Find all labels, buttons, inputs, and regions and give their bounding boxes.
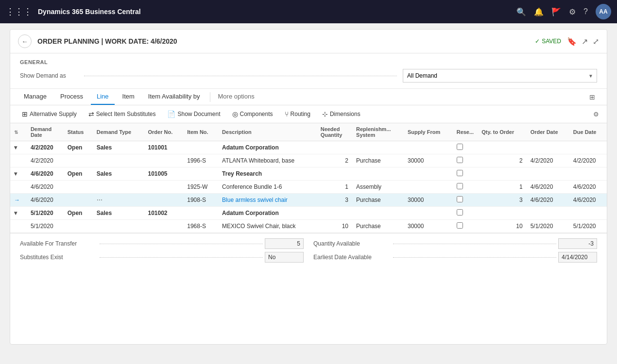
routing-icon: ⑂ — [285, 110, 289, 118]
table-row[interactable]: 5/1/2020 1968-S MEXICO Swivel Chair, bla… — [10, 220, 607, 233]
expand-icon[interactable]: ▾ — [14, 210, 17, 216]
reserve-checkbox[interactable] — [457, 209, 463, 215]
quantity-available-value: -3 — [558, 238, 597, 249]
bookmark-icon[interactable]: 🔖 — [567, 37, 577, 46]
user-avatar[interactable]: AA — [596, 4, 611, 19]
order-date-cell — [527, 167, 569, 181]
reserve-checkbox[interactable] — [457, 170, 463, 176]
reserve-checkbox[interactable] — [457, 196, 463, 202]
bell-icon[interactable]: 🔔 — [534, 7, 544, 17]
col-due-date[interactable]: Due Date — [569, 123, 607, 141]
alt-supply-icon: ⊞ — [22, 110, 28, 118]
order-no-cell: 101002 — [144, 207, 183, 220]
qty-order-cell: 10 — [478, 220, 526, 233]
action-settings-icon[interactable]: ⚙ — [593, 111, 599, 118]
external-link-icon[interactable]: ↗ — [582, 37, 588, 46]
select-substitutes-label: Select Item Substitutes — [96, 111, 156, 117]
dotted-line — [100, 244, 263, 244]
order-date-cell: 4/6/2020 — [527, 181, 569, 194]
replenish-cell — [352, 167, 404, 181]
tab-more[interactable]: More options — [214, 89, 258, 105]
demand-type-cell: Sales — [93, 167, 144, 181]
reserve-checkbox[interactable] — [457, 157, 463, 163]
tab-manage[interactable]: Manage — [18, 89, 52, 105]
qty-order-cell — [478, 141, 526, 154]
col-qty-order[interactable]: Qty. to Order — [478, 123, 526, 141]
sort-arrows[interactable]: ⇅ — [14, 130, 18, 135]
show-document-button[interactable]: 📄 Show Document — [163, 108, 224, 120]
reserve-checkbox[interactable] — [457, 144, 463, 150]
reserve-cell — [453, 167, 478, 181]
show-document-icon: 📄 — [167, 110, 175, 118]
grid-icon[interactable]: ⋮⋮⋮ — [6, 6, 32, 17]
item-no-cell: 1925-W — [183, 181, 218, 194]
tab-item-availability[interactable]: Item Availability by — [142, 89, 206, 105]
table-row[interactable]: ▾ 4/6/2020 Open Sales 101005 Trey Resear… — [10, 167, 607, 181]
needed-qty-cell: 10 — [317, 220, 352, 233]
needed-qty-cell — [317, 207, 352, 220]
show-demand-select[interactable]: All Demand Production Sales Service Asse… — [403, 69, 597, 83]
data-table-container: ⇅ DemandDate Status Demand Type Order No… — [10, 123, 607, 233]
table-row[interactable]: 4/6/2020 1925-W Conference Bundle 1-6 1 … — [10, 181, 607, 194]
checkmark-icon: ✓ — [535, 38, 540, 45]
select-substitutes-button[interactable]: ⇄ Select Item Substitutes — [85, 108, 160, 120]
col-demand-date[interactable]: DemandDate — [27, 123, 64, 141]
alt-supply-button[interactable]: ⊞ Alternative Supply — [18, 108, 81, 120]
col-supply-from[interactable]: Supply From — [404, 123, 453, 141]
reserve-checkbox[interactable] — [457, 222, 463, 229]
general-section: GENERAL Show Demand as All Demand Produc… — [10, 53, 607, 89]
filter-icon[interactable]: ⊞ — [585, 89, 599, 105]
replenish-cell: Purchase — [352, 194, 404, 207]
app-title: Dynamics 365 Business Central — [38, 8, 511, 16]
show-demand-select-wrapper: All Demand Production Sales Service Asse… — [403, 69, 597, 83]
status-cell — [64, 220, 93, 233]
table-row[interactable]: ▾ 5/1/2020 Open Sales 101002 Adatum Corp… — [10, 207, 607, 220]
back-button[interactable]: ← — [18, 34, 32, 48]
order-date-cell: 4/2/2020 — [527, 154, 569, 167]
tab-item[interactable]: Item — [117, 89, 140, 105]
col-reserve[interactable]: Rese... — [453, 123, 478, 141]
routing-button[interactable]: ⑂ Routing — [281, 108, 314, 120]
dimensions-button[interactable]: ⊹ Dimensions — [318, 108, 364, 120]
col-order-date[interactable]: Order Date — [527, 123, 569, 141]
tab-process[interactable]: Process — [54, 89, 89, 105]
components-button[interactable]: ◎ Components — [228, 108, 277, 120]
table-row[interactable]: 4/2/2020 1996-S ATLANTA Whiteboard, base… — [10, 154, 607, 167]
earliest-date-available-value: 4/14/2020 — [558, 252, 597, 263]
supply-from-cell: 30000 — [404, 154, 453, 167]
demand-type-cell — [93, 220, 144, 233]
settings-icon[interactable]: ⚙ — [569, 7, 576, 17]
expand-icon[interactable]: ⤢ — [593, 37, 599, 46]
col-needed-qty[interactable]: NeededQuantity — [317, 123, 352, 141]
flag-icon[interactable]: 🚩 — [551, 7, 561, 17]
row-indent: ▾ — [10, 167, 27, 181]
help-icon[interactable]: ? — [583, 7, 588, 16]
reserve-checkbox[interactable] — [457, 183, 463, 189]
col-replenish[interactable]: Replenishm...System — [352, 123, 404, 141]
expand-icon[interactable]: ▾ — [14, 170, 17, 177]
col-description[interactable]: Description — [218, 123, 317, 141]
col-order-no[interactable]: Order No. — [144, 123, 183, 141]
expand-icon[interactable]: ▾ — [14, 144, 17, 151]
dotted-line — [393, 244, 556, 244]
table-row[interactable]: → 4/6/2020 ⋯ 1908-S Blue armless swivel … — [10, 194, 607, 207]
order-no-cell — [144, 181, 183, 194]
table-row[interactable]: ▾ 4/2/2020 Open Sales 101001 Adatum Corp… — [10, 141, 607, 154]
status-cell — [64, 181, 93, 194]
qty-order-cell — [478, 207, 526, 220]
description-cell: Adatum Corporation — [218, 141, 317, 154]
table-header-row: ⇅ DemandDate Status Demand Type Order No… — [10, 123, 607, 141]
needed-qty-cell — [317, 141, 352, 154]
col-status[interactable]: Status — [64, 123, 93, 141]
description-cell: Blue armless swivel chair — [218, 194, 317, 207]
substitutes-exist-label: Substitutes Exist — [20, 254, 98, 261]
col-item-no[interactable]: Item No. — [183, 123, 218, 141]
page-title: ORDER PLANNING | WORK DATE: 4/6/2020 — [37, 37, 529, 45]
tab-line[interactable]: Line — [91, 89, 115, 105]
supply-from-cell — [404, 181, 453, 194]
supply-from-cell: 30000 — [404, 194, 453, 207]
col-demand-type[interactable]: Demand Type — [93, 123, 144, 141]
supply-from-cell — [404, 167, 453, 181]
search-icon[interactable]: 🔍 — [516, 7, 526, 17]
row-more-icon[interactable]: ⋯ — [97, 197, 103, 203]
